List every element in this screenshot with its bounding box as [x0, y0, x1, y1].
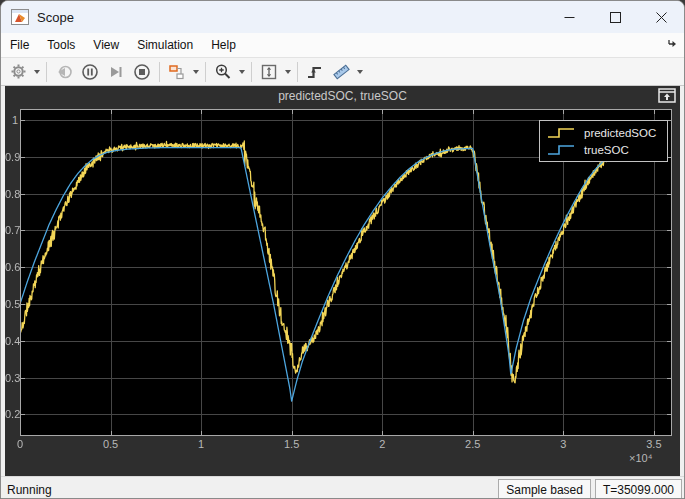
- x-axis-exponent: ×10⁴: [629, 452, 652, 464]
- x-tick-label: 2.5: [451, 438, 495, 450]
- legend[interactable]: predictedSOCtrueSOC: [539, 120, 668, 162]
- status-time: T=35099.000: [595, 479, 682, 499]
- x-tick-label: 2: [360, 438, 404, 450]
- close-button[interactable]: [638, 1, 684, 33]
- x-tick-label: 0.5: [89, 438, 133, 450]
- step-back-button[interactable]: [51, 59, 77, 85]
- menu-simulation[interactable]: Simulation: [128, 35, 202, 55]
- chevron-down-icon: [34, 70, 40, 74]
- toolbar-separator: [46, 62, 47, 82]
- titlebar: Scope: [1, 1, 684, 33]
- configuration-button[interactable]: [5, 59, 31, 85]
- minimize-button[interactable]: [546, 1, 592, 33]
- measurements-dropdown[interactable]: [354, 60, 365, 84]
- minimize-icon: [564, 12, 575, 23]
- step-back-icon: [55, 63, 73, 81]
- step-forward-button[interactable]: [103, 59, 129, 85]
- legend-line-swatch: [546, 126, 576, 140]
- zoom-button[interactable]: [210, 59, 236, 85]
- gear-icon: [10, 63, 27, 80]
- stop-icon: [133, 63, 151, 81]
- menu-file[interactable]: File: [1, 35, 38, 55]
- window-title: Scope: [37, 10, 74, 25]
- highlight-block-button[interactable]: [164, 59, 190, 85]
- simulink-block-icon: [168, 63, 186, 81]
- y-tick-label: 0.9: [5, 151, 18, 163]
- y-tick-label: 0.6: [5, 261, 18, 273]
- figure-area: predictedSOC, trueSOC 10.90.80.70.60.50.…: [5, 86, 680, 476]
- maximize-icon: [610, 12, 621, 23]
- trigger-button[interactable]: [302, 59, 328, 85]
- maximize-button[interactable]: [592, 1, 638, 33]
- menu-tools[interactable]: Tools: [38, 35, 84, 55]
- y-tick-label: 0.3: [5, 372, 18, 384]
- pause-button[interactable]: [77, 59, 103, 85]
- status-sample-mode: Sample based: [498, 479, 591, 499]
- legend-line-swatch: [546, 143, 576, 157]
- x-tick-label: 3: [541, 438, 585, 450]
- close-icon: [656, 12, 667, 23]
- legend-label: predictedSOC: [584, 127, 656, 139]
- y-tick-label: 1: [5, 114, 18, 126]
- status-running: Running: [7, 483, 52, 497]
- toolbar-separator: [159, 62, 160, 82]
- pause-icon: [81, 63, 99, 81]
- statusbar: Running Sample based T=35099.000: [1, 476, 684, 499]
- plot-title: predictedSOC, trueSOC: [5, 89, 680, 103]
- scope-app-icon: [11, 9, 29, 25]
- trigger-icon: [306, 63, 324, 81]
- fit-to-view-dropdown[interactable]: [282, 60, 293, 84]
- y-tick-label: 0.2: [5, 408, 18, 420]
- legend-entry[interactable]: trueSOC: [546, 141, 667, 158]
- configuration-dropdown[interactable]: [31, 60, 42, 84]
- menu-help[interactable]: Help: [202, 35, 245, 55]
- chevron-down-icon: [357, 70, 363, 74]
- scope-window: Scope File Tools View Simulation Help: [0, 0, 685, 499]
- toolbar-separator: [251, 62, 252, 82]
- x-tick-label: 1: [179, 438, 223, 450]
- stop-button[interactable]: [129, 59, 155, 85]
- legend-entry[interactable]: predictedSOC: [546, 124, 667, 141]
- fit-to-view-button[interactable]: [256, 59, 282, 85]
- chevron-down-icon: [193, 70, 199, 74]
- x-tick-label: 0: [0, 438, 42, 450]
- y-tick-label: 0.5: [5, 298, 18, 310]
- forward-arrow-icon[interactable]: [667, 38, 678, 49]
- zoom-dropdown[interactable]: [236, 60, 247, 84]
- step-forward-icon: [107, 63, 125, 81]
- y-tick-label: 0.8: [5, 188, 18, 200]
- measurements-button[interactable]: [328, 59, 354, 85]
- chevron-down-icon: [239, 70, 245, 74]
- highlight-block-dropdown[interactable]: [190, 60, 201, 84]
- toolbar: [1, 58, 684, 86]
- x-tick-label: 1.5: [270, 438, 314, 450]
- menu-view[interactable]: View: [84, 35, 128, 55]
- y-tick-label: 0.4: [5, 335, 18, 347]
- y-tick-label: 0.7: [5, 224, 18, 236]
- legend-label: trueSOC: [584, 144, 629, 156]
- fit-to-view-icon: [260, 63, 278, 81]
- dock-icon[interactable]: [658, 88, 676, 103]
- x-tick-label: 3.5: [632, 438, 676, 450]
- toolbar-separator: [205, 62, 206, 82]
- chevron-down-icon: [285, 70, 291, 74]
- ruler-icon: [332, 63, 351, 81]
- menubar: File Tools View Simulation Help: [1, 33, 684, 58]
- toolbar-separator: [297, 62, 298, 82]
- zoom-in-icon: [214, 63, 232, 81]
